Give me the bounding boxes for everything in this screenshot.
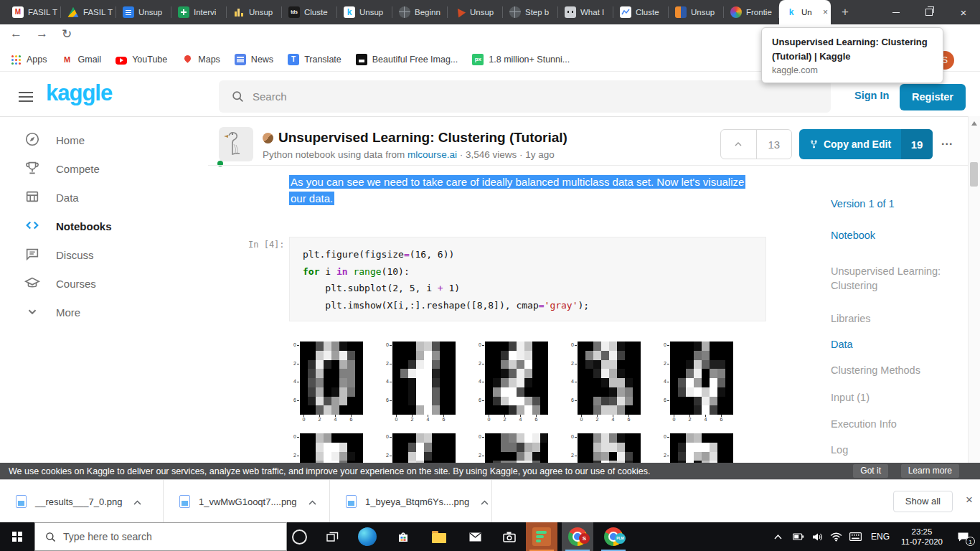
right-nav-link[interactable]: Notebook	[831, 228, 958, 242]
browser-tab[interactable]: Beginn	[392, 0, 448, 24]
download-item[interactable]: __results___7_0.png	[0, 480, 164, 523]
file-explorer-button[interactable]	[423, 522, 455, 551]
learn-more-button[interactable]: Learn more	[901, 464, 959, 478]
pixel	[355, 443, 363, 452]
pixel	[540, 369, 548, 378]
clock[interactable]: 23:25 11-07-2020	[895, 522, 948, 551]
sidebar-item-notebooks[interactable]: Notebooks	[0, 212, 208, 240]
orange-app-button[interactable]	[526, 522, 557, 551]
sidebar-item-data[interactable]: Data	[0, 183, 208, 212]
browser-tab[interactable]: tdsCluste	[282, 0, 337, 24]
copy-and-edit-button[interactable]: Copy and Edit 19	[799, 129, 933, 159]
sidebar-item-compete[interactable]: Compete	[0, 154, 208, 183]
browser-tab[interactable]: Cluste	[613, 0, 669, 24]
right-nav-link[interactable]: Execution Info	[831, 417, 958, 431]
sidebar-item-home[interactable]: Home	[0, 126, 208, 154]
browser-tab[interactable]: Unsup	[227, 0, 282, 24]
browser-tab[interactable]: kUnsup	[337, 0, 392, 24]
browser-tab[interactable]: Step b	[503, 0, 558, 24]
browser-tab[interactable]: Unsup	[448, 0, 503, 24]
right-nav-link[interactable]: Unsupervised Learning: Clustering	[831, 264, 958, 293]
camera-button[interactable]	[494, 522, 525, 551]
bookmark-news[interactable]: News	[235, 54, 273, 65]
pixel	[308, 433, 316, 443]
task-view-button[interactable]	[316, 522, 348, 551]
pixel	[308, 369, 316, 378]
upvote-count[interactable]: 13	[757, 130, 792, 159]
download-menu-chevron-icon[interactable]	[481, 495, 489, 508]
fork-count[interactable]: 19	[901, 129, 933, 159]
bookmark-translate[interactable]: TTranslate	[288, 54, 341, 65]
browser-tab[interactable]: FASIL T	[61, 0, 116, 24]
battery-indicator[interactable]	[789, 522, 808, 551]
scrollbar-up-arrow[interactable]	[971, 121, 977, 126]
bookmark-youtube[interactable]: YouTube	[116, 55, 167, 65]
copy-and-edit-label-area[interactable]: Copy and Edit	[799, 129, 901, 159]
cortana-button[interactable]	[283, 522, 315, 551]
browser-tab[interactable]: What I	[558, 0, 613, 24]
bookmark-unsplash[interactable]: Beautiful Free Imag...	[356, 54, 458, 65]
hamburger-menu-icon[interactable]	[19, 92, 33, 102]
chrome-window-1-button[interactable]: S	[562, 522, 593, 551]
action-center-button[interactable]: 1	[948, 522, 977, 551]
sidebar-item-more[interactable]: More	[0, 298, 208, 326]
right-nav-link[interactable]: Version 1 of 1	[831, 197, 958, 211]
forward-icon[interactable]: →	[36, 27, 48, 41]
volume-indicator[interactable]	[808, 522, 826, 551]
wifi-indicator[interactable]	[826, 522, 845, 551]
more-options-icon[interactable]: ...	[941, 135, 953, 148]
new-tab-button[interactable]: +	[837, 4, 854, 21]
dataset-link[interactable]: mlcourse.ai	[407, 149, 457, 160]
language-indicator[interactable]: ENG	[867, 522, 894, 551]
browser-tab[interactable]: kUn×	[779, 0, 831, 24]
right-nav-link[interactable]: Clustering Methods	[831, 363, 958, 377]
tab-close-icon[interactable]: ×	[823, 7, 828, 17]
edge-button[interactable]	[352, 522, 383, 551]
scrollbar-thumb[interactable]	[970, 162, 978, 187]
page-scrollbar[interactable]	[968, 116, 980, 482]
download-bar-close-icon[interactable]: ×	[966, 493, 973, 507]
reload-icon[interactable]: ↻	[62, 27, 72, 42]
download-menu-chevron-icon[interactable]	[308, 495, 316, 508]
chrome-window-2-button[interactable]: PLM	[598, 522, 629, 551]
browser-tab[interactable]: Unsup	[116, 0, 171, 24]
touch-keyboard-indicator[interactable]	[845, 522, 865, 551]
browser-tab[interactable]: Unsup	[669, 0, 724, 24]
taskbar-search-box[interactable]: Type here to search	[34, 522, 287, 551]
y-tick-label: 6	[660, 397, 666, 402]
bookmark-maps[interactable]: Maps	[182, 54, 220, 65]
kaggle-search-bar[interactable]: Search	[219, 80, 831, 113]
tray-expand-button[interactable]	[769, 522, 786, 551]
code-cell[interactable]: plt.figure(figsize=(16, 6))for i in rang…	[289, 237, 766, 321]
pixel	[509, 369, 517, 378]
window-restore-button[interactable]	[913, 0, 946, 24]
store-button[interactable]	[387, 522, 419, 551]
author-avatar[interactable]	[219, 127, 253, 161]
sidebar-item-discuss[interactable]: Discuss	[0, 240, 208, 269]
download-menu-chevron-icon[interactable]	[133, 495, 141, 508]
upvote-button[interactable]	[721, 130, 756, 159]
right-nav-link[interactable]: Input (1)	[831, 390, 958, 405]
download-item[interactable]: 1_byeya_Btqm6Ys....png	[330, 480, 492, 523]
back-icon[interactable]: ←	[10, 27, 22, 41]
register-button[interactable]: Register	[900, 84, 966, 110]
bookmark-apps[interactable]: Apps	[10, 54, 47, 65]
bookmark-px[interactable]: px1.8 million+ Stunni...	[472, 54, 570, 65]
got-it-button[interactable]: Got it	[853, 464, 888, 478]
kaggle-logo[interactable]: kaggle	[46, 80, 112, 106]
right-nav-link[interactable]: Log	[831, 443, 958, 457]
right-nav-link[interactable]: Libraries	[831, 311, 958, 326]
window-close-button[interactable]: ×	[947, 0, 980, 24]
mail-button[interactable]	[459, 522, 491, 551]
browser-tab[interactable]: MFASIL T	[6, 0, 61, 24]
right-nav-link[interactable]: Data	[831, 337, 958, 352]
browser-tab[interactable]: Intervi	[171, 0, 227, 24]
download-item[interactable]: 1_vwMwG1ooqt7....png	[164, 480, 330, 523]
browser-tab[interactable]: Frontie	[724, 0, 779, 24]
window-minimize-button[interactable]	[880, 0, 913, 24]
sidebar-item-courses[interactable]: Courses	[0, 269, 208, 298]
start-button[interactable]	[0, 522, 34, 551]
bookmark-gmail[interactable]: MGmail	[62, 54, 102, 65]
show-all-downloads-button[interactable]: Show all	[893, 491, 953, 512]
sign-in-link[interactable]: Sign In	[854, 90, 889, 101]
